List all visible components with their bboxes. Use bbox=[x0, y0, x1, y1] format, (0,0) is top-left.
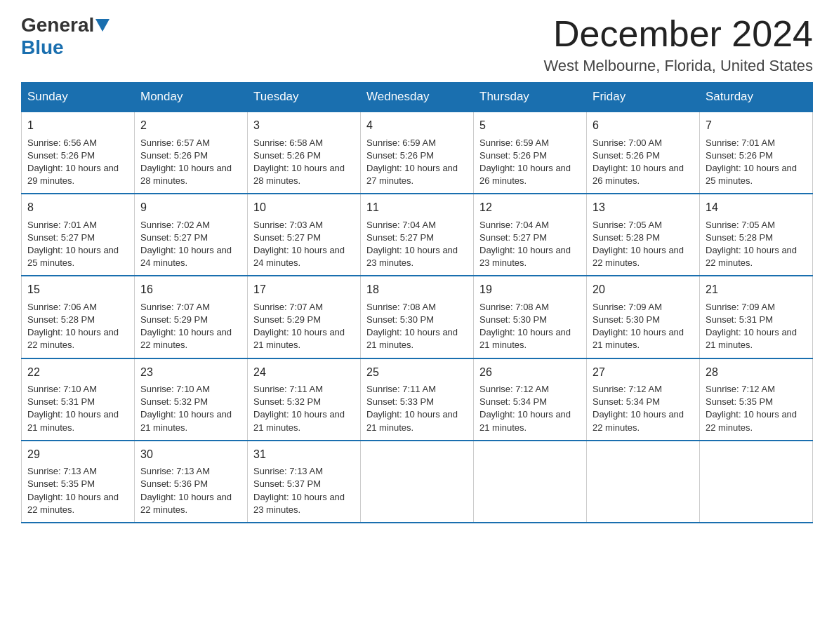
day-number: 24 bbox=[253, 365, 355, 380]
day-number: 9 bbox=[140, 200, 241, 215]
daylight-label: Daylight: 10 hours and 22 minutes. bbox=[593, 409, 684, 432]
calendar-day-cell: 20 Sunrise: 7:09 AM Sunset: 5:30 PM Dayl… bbox=[587, 276, 700, 358]
sunrise-label: Sunrise: 7:13 AM bbox=[140, 466, 210, 476]
sunrise-label: Sunrise: 6:57 AM bbox=[140, 137, 210, 148]
day-header-wednesday: Wednesday bbox=[361, 83, 474, 112]
sunset-label: Sunset: 5:30 PM bbox=[593, 314, 660, 325]
daylight-label: Daylight: 10 hours and 26 minutes. bbox=[593, 163, 684, 186]
daylight-label: Daylight: 10 hours and 23 minutes. bbox=[479, 245, 571, 268]
daylight-label: Daylight: 10 hours and 21 minutes. bbox=[479, 327, 571, 350]
daylight-label: Daylight: 10 hours and 22 minutes. bbox=[140, 327, 232, 350]
calendar-week-row: 1 Sunrise: 6:56 AM Sunset: 5:26 PM Dayli… bbox=[22, 112, 813, 194]
daylight-label: Daylight: 10 hours and 24 minutes. bbox=[140, 245, 232, 268]
sunset-label: Sunset: 5:32 PM bbox=[140, 396, 208, 407]
daylight-label: Daylight: 10 hours and 22 minutes. bbox=[706, 409, 797, 432]
day-number: 16 bbox=[140, 282, 241, 297]
sunset-label: Sunset: 5:26 PM bbox=[366, 150, 434, 161]
calendar-day-cell: 9 Sunrise: 7:02 AM Sunset: 5:27 PM Dayli… bbox=[135, 194, 248, 276]
daylight-label: Daylight: 10 hours and 22 minutes. bbox=[593, 245, 684, 268]
sunset-label: Sunset: 5:31 PM bbox=[27, 396, 95, 407]
sunset-label: Sunset: 5:29 PM bbox=[253, 314, 321, 325]
daylight-label: Daylight: 10 hours and 21 minutes. bbox=[27, 409, 119, 432]
sunset-label: Sunset: 5:30 PM bbox=[479, 314, 547, 325]
calendar-day-cell: 23 Sunrise: 7:10 AM Sunset: 5:32 PM Dayl… bbox=[135, 358, 248, 441]
day-number: 4 bbox=[366, 118, 468, 133]
day-number: 12 bbox=[479, 200, 581, 215]
calendar-day-cell: 6 Sunrise: 7:00 AM Sunset: 5:26 PM Dayli… bbox=[587, 112, 700, 194]
day-header-friday: Friday bbox=[587, 83, 700, 112]
calendar-day-cell: 18 Sunrise: 7:08 AM Sunset: 5:30 PM Dayl… bbox=[361, 276, 474, 358]
day-number: 22 bbox=[27, 365, 128, 380]
day-number: 28 bbox=[706, 365, 807, 380]
calendar-day-cell bbox=[587, 441, 700, 523]
day-number: 20 bbox=[593, 282, 694, 297]
logo-triangle-icon bbox=[95, 19, 110, 32]
sunrise-label: Sunrise: 7:11 AM bbox=[253, 384, 323, 394]
sunrise-label: Sunrise: 7:12 AM bbox=[706, 384, 775, 394]
sunrise-label: Sunrise: 7:02 AM bbox=[140, 220, 210, 230]
sunrise-label: Sunrise: 7:10 AM bbox=[140, 384, 210, 394]
sunrise-label: Sunrise: 7:12 AM bbox=[593, 384, 662, 394]
calendar-day-cell: 21 Sunrise: 7:09 AM Sunset: 5:31 PM Dayl… bbox=[700, 276, 813, 358]
day-number: 23 bbox=[140, 365, 241, 380]
daylight-label: Daylight: 10 hours and 21 minutes. bbox=[253, 327, 345, 350]
sunrise-label: Sunrise: 7:11 AM bbox=[366, 384, 436, 394]
day-number: 26 bbox=[479, 365, 581, 380]
daylight-label: Daylight: 10 hours and 28 minutes. bbox=[140, 163, 232, 186]
day-number: 15 bbox=[27, 282, 128, 297]
daylight-label: Daylight: 10 hours and 21 minutes. bbox=[479, 409, 571, 432]
sunrise-label: Sunrise: 7:03 AM bbox=[253, 220, 323, 230]
sunset-label: Sunset: 5:29 PM bbox=[140, 314, 208, 325]
calendar-day-cell: 24 Sunrise: 7:11 AM Sunset: 5:32 PM Dayl… bbox=[248, 358, 361, 441]
day-number: 30 bbox=[140, 447, 241, 462]
daylight-label: Daylight: 10 hours and 29 minutes. bbox=[27, 163, 119, 186]
daylight-label: Daylight: 10 hours and 26 minutes. bbox=[479, 163, 571, 186]
calendar-day-cell: 2 Sunrise: 6:57 AM Sunset: 5:26 PM Dayli… bbox=[135, 112, 248, 194]
day-header-saturday: Saturday bbox=[700, 83, 813, 112]
sunset-label: Sunset: 5:28 PM bbox=[593, 232, 660, 243]
calendar-day-cell: 8 Sunrise: 7:01 AM Sunset: 5:27 PM Dayli… bbox=[22, 194, 135, 276]
day-number: 21 bbox=[706, 282, 807, 297]
sunset-label: Sunset: 5:26 PM bbox=[253, 150, 321, 161]
sunrise-label: Sunrise: 7:08 AM bbox=[479, 302, 549, 312]
daylight-label: Daylight: 10 hours and 21 minutes. bbox=[593, 327, 684, 350]
sunset-label: Sunset: 5:28 PM bbox=[706, 232, 773, 243]
sunrise-label: Sunrise: 7:07 AM bbox=[140, 302, 210, 312]
sunrise-label: Sunrise: 7:10 AM bbox=[27, 384, 97, 394]
calendar-day-cell: 4 Sunrise: 6:59 AM Sunset: 5:26 PM Dayli… bbox=[361, 112, 474, 194]
daylight-label: Daylight: 10 hours and 22 minutes. bbox=[706, 245, 797, 268]
sunrise-label: Sunrise: 6:58 AM bbox=[253, 137, 323, 148]
day-header-sunday: Sunday bbox=[22, 83, 135, 112]
month-title: December 2024 bbox=[543, 14, 813, 54]
sunset-label: Sunset: 5:31 PM bbox=[706, 314, 773, 325]
calendar-day-cell bbox=[700, 441, 813, 523]
day-number: 6 bbox=[593, 118, 694, 133]
title-section: December 2024 West Melbourne, Florida, U… bbox=[543, 14, 813, 75]
day-number: 10 bbox=[253, 200, 355, 215]
calendar-day-cell: 19 Sunrise: 7:08 AM Sunset: 5:30 PM Dayl… bbox=[474, 276, 587, 358]
sunset-label: Sunset: 5:30 PM bbox=[366, 314, 434, 325]
sunrise-label: Sunrise: 7:06 AM bbox=[27, 302, 97, 312]
calendar-day-cell: 15 Sunrise: 7:06 AM Sunset: 5:28 PM Dayl… bbox=[22, 276, 135, 358]
daylight-label: Daylight: 10 hours and 21 minutes. bbox=[706, 327, 797, 350]
sunrise-label: Sunrise: 7:04 AM bbox=[479, 220, 549, 230]
sunset-label: Sunset: 5:27 PM bbox=[140, 232, 208, 243]
sunset-label: Sunset: 5:26 PM bbox=[479, 150, 547, 161]
sunset-label: Sunset: 5:36 PM bbox=[140, 478, 208, 489]
calendar-day-cell: 11 Sunrise: 7:04 AM Sunset: 5:27 PM Dayl… bbox=[361, 194, 474, 276]
day-number: 13 bbox=[593, 200, 694, 215]
daylight-label: Daylight: 10 hours and 22 minutes. bbox=[27, 492, 119, 515]
calendar-day-cell: 31 Sunrise: 7:13 AM Sunset: 5:37 PM Dayl… bbox=[248, 441, 361, 523]
daylight-label: Daylight: 10 hours and 27 minutes. bbox=[366, 163, 458, 186]
calendar-week-row: 8 Sunrise: 7:01 AM Sunset: 5:27 PM Dayli… bbox=[22, 194, 813, 276]
daylight-label: Daylight: 10 hours and 22 minutes. bbox=[27, 327, 119, 350]
calendar-week-row: 15 Sunrise: 7:06 AM Sunset: 5:28 PM Dayl… bbox=[22, 276, 813, 358]
sunset-label: Sunset: 5:27 PM bbox=[253, 232, 321, 243]
sunrise-label: Sunrise: 7:09 AM bbox=[706, 302, 775, 312]
daylight-label: Daylight: 10 hours and 23 minutes. bbox=[366, 245, 458, 268]
page-header: General Blue December 2024 West Melbourn… bbox=[21, 14, 813, 75]
calendar-day-cell bbox=[361, 441, 474, 523]
logo: General Blue bbox=[21, 14, 111, 59]
sunrise-label: Sunrise: 7:04 AM bbox=[366, 220, 436, 230]
day-number: 8 bbox=[27, 200, 128, 215]
